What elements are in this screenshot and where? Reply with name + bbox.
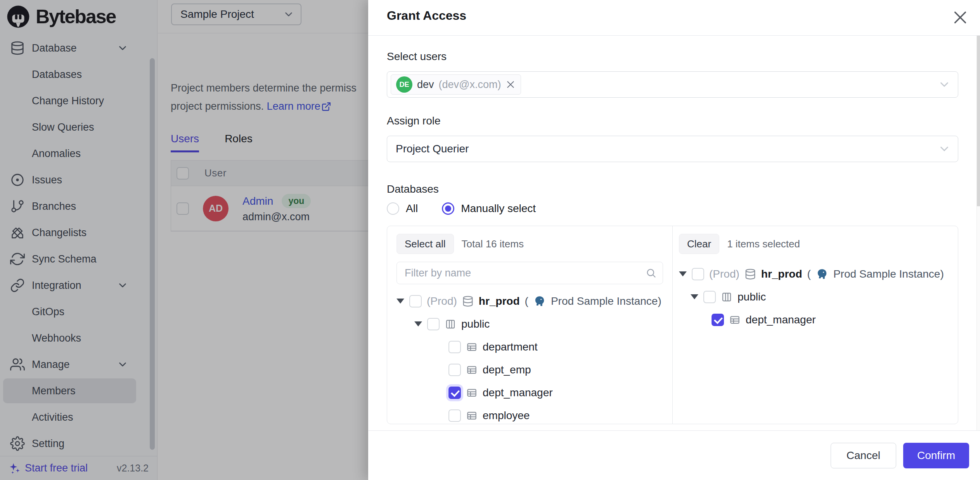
chip-user-email: (dev@x.com) bbox=[439, 79, 501, 91]
tree-row-database[interactable]: (Prod) hr_prod ( Prod Sample Instance) bbox=[397, 290, 663, 313]
tree-row-table[interactable]: department bbox=[397, 335, 663, 358]
modal-scrollbar-thumb[interactable] bbox=[977, 36, 980, 206]
source-tree: (Prod) hr_prod ( Prod Sample Instance) bbox=[397, 290, 663, 424]
clear-button[interactable]: Clear bbox=[679, 234, 719, 254]
database-cylinder-icon bbox=[745, 268, 756, 280]
role-select[interactable]: Project Querier bbox=[387, 136, 958, 162]
close-icon[interactable] bbox=[951, 9, 969, 26]
paren: ( bbox=[807, 268, 811, 280]
cancel-button[interactable]: Cancel bbox=[831, 443, 896, 468]
instance-name: Prod Sample Instance) bbox=[551, 295, 661, 307]
selected-count-label: 1 items selected bbox=[727, 238, 800, 250]
remove-chip-icon[interactable] bbox=[506, 79, 516, 90]
schema-name: public bbox=[738, 291, 766, 303]
selected-tree: (Prod) hr_prod ( Prod Sample Instance) bbox=[679, 262, 949, 331]
table-icon bbox=[729, 314, 741, 326]
select-all-button[interactable]: Select all bbox=[397, 234, 454, 254]
modal-title: Grant Access bbox=[387, 9, 466, 23]
chevron-down-icon bbox=[938, 78, 951, 91]
radio-all-label: All bbox=[406, 202, 418, 215]
tree-checkbox[interactable] bbox=[409, 295, 422, 307]
table-icon bbox=[466, 410, 478, 421]
chevron-down-icon bbox=[938, 142, 951, 155]
tree-row-schema[interactable]: public bbox=[397, 313, 663, 335]
caret-down-icon[interactable] bbox=[397, 299, 404, 304]
radio-selected-icon bbox=[442, 202, 454, 215]
database-scope-radios: All Manually select bbox=[387, 202, 958, 215]
radio-all[interactable]: All bbox=[387, 202, 418, 215]
postgresql-icon bbox=[816, 268, 828, 280]
environment-label: (Prod) bbox=[709, 268, 739, 280]
database-name: hr_prod bbox=[761, 268, 802, 280]
radio-icon bbox=[387, 202, 399, 215]
environment-label: (Prod) bbox=[427, 295, 457, 307]
databases-label: Databases bbox=[387, 183, 958, 195]
tree-checkbox[interactable] bbox=[448, 409, 461, 422]
filter-input[interactable] bbox=[399, 267, 641, 279]
assign-role-label: Assign role bbox=[387, 115, 958, 127]
tree-source-pane: Select all Total 16 items (Prod) bbox=[387, 226, 673, 424]
avatar: DE bbox=[396, 76, 412, 93]
modal-header: Grant Access bbox=[368, 0, 980, 36]
radio-manually-select[interactable]: Manually select bbox=[442, 202, 536, 215]
radio-manual-label: Manually select bbox=[461, 202, 536, 215]
app-window: Bytebase Database Databases Change Histo… bbox=[0, 0, 980, 480]
database-tree-transfer: Select all Total 16 items (Prod) bbox=[387, 226, 958, 424]
filter-input-wrap bbox=[397, 262, 663, 284]
search-icon bbox=[646, 268, 656, 278]
tree-row-table[interactable]: dept_emp bbox=[397, 358, 663, 381]
tree-row-database[interactable]: (Prod) hr_prod ( Prod Sample Instance) bbox=[679, 262, 949, 285]
database-name: hr_prod bbox=[479, 295, 520, 307]
caret-down-icon[interactable] bbox=[691, 294, 698, 299]
table-name: department bbox=[483, 341, 538, 353]
grant-access-modal: Grant Access Select users DE dev (dev@x.… bbox=[368, 0, 980, 480]
confirm-button[interactable]: Confirm bbox=[903, 443, 969, 468]
tree-row-schema[interactable]: public bbox=[679, 285, 949, 308]
paren: ( bbox=[525, 295, 528, 307]
user-chip: DE dev (dev@x.com) bbox=[391, 74, 521, 95]
table-icon bbox=[466, 364, 478, 376]
tree-checkbox[interactable] bbox=[427, 318, 440, 330]
table-name: dept_manager bbox=[746, 314, 816, 326]
postgresql-icon bbox=[533, 295, 546, 307]
schema-icon bbox=[445, 318, 456, 330]
modal-scrollbar[interactable] bbox=[977, 36, 980, 430]
tree-row-table[interactable]: employee bbox=[397, 404, 663, 424]
table-icon bbox=[466, 341, 478, 353]
role-select-value: Project Querier bbox=[396, 143, 469, 155]
tree-row-table-selected[interactable]: dept_manager bbox=[397, 381, 663, 404]
instance-name: Prod Sample Instance) bbox=[833, 268, 944, 280]
tree-checkbox[interactable] bbox=[448, 364, 461, 376]
tree-selected-pane: Clear 1 items selected (Prod) hr_prod bbox=[673, 226, 958, 424]
table-name: employee bbox=[483, 409, 530, 422]
database-cylinder-icon bbox=[462, 295, 474, 307]
tree-checkbox[interactable] bbox=[703, 291, 716, 303]
chip-user-name: dev bbox=[417, 79, 434, 91]
caret-down-icon[interactable] bbox=[679, 271, 687, 276]
tree-checkbox[interactable] bbox=[692, 268, 704, 280]
schema-icon bbox=[721, 291, 732, 303]
caret-down-icon[interactable] bbox=[414, 321, 422, 326]
modal-body: Select users DE dev (dev@x.com) Assign r… bbox=[387, 36, 958, 424]
tree-checkbox[interactable] bbox=[448, 341, 461, 353]
table-name: dept_manager bbox=[483, 387, 553, 399]
total-items-label: Total 16 items bbox=[462, 238, 524, 250]
schema-name: public bbox=[461, 318, 490, 330]
select-users-label: Select users bbox=[387, 50, 958, 63]
tree-row-table-selected[interactable]: dept_manager bbox=[679, 308, 949, 331]
table-icon bbox=[466, 387, 478, 399]
table-name: dept_emp bbox=[483, 364, 531, 376]
tree-checkbox-checked[interactable] bbox=[448, 387, 461, 399]
tree-checkbox-checked[interactable] bbox=[712, 314, 724, 326]
select-users-combobox[interactable]: DE dev (dev@x.com) bbox=[387, 71, 958, 98]
modal-footer: Cancel Confirm bbox=[368, 430, 980, 480]
